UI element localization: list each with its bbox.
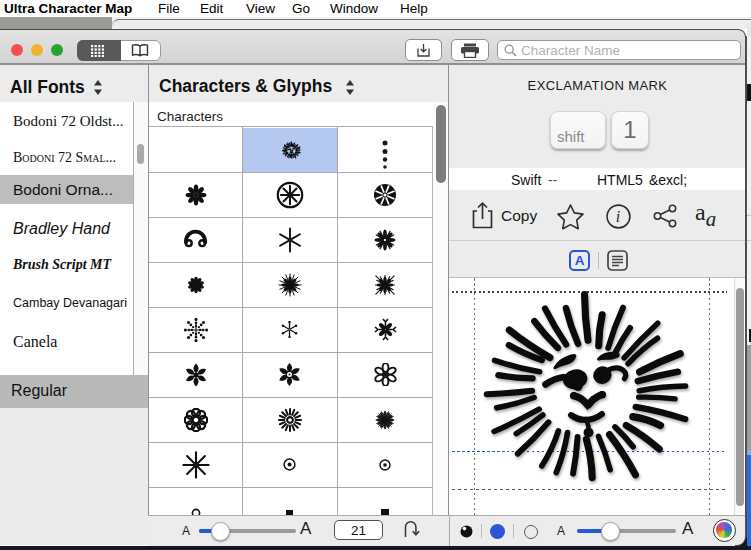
- svg-text:i: i: [616, 208, 620, 225]
